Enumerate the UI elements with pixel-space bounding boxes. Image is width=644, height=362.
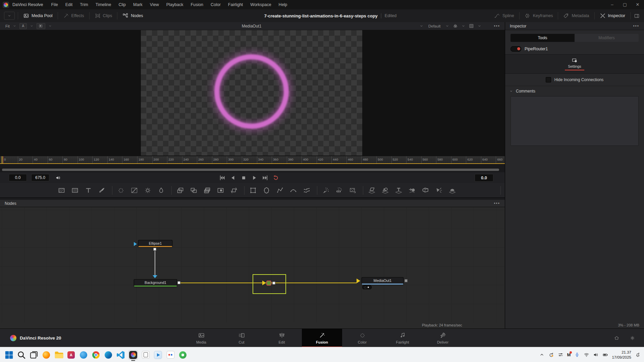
ellipse-input-port[interactable] <box>134 242 137 246</box>
taskbar-app-file-explorer[interactable] <box>54 350 64 360</box>
page-tab-deliver[interactable]: Deliver <box>423 329 463 347</box>
battery-icon[interactable] <box>602 352 608 358</box>
chevron-down-icon[interactable] <box>48 24 52 28</box>
taskbar-app-calculator[interactable] <box>141 350 151 360</box>
keyer-tool[interactable] <box>216 186 225 194</box>
camera-3d-tool[interactable] <box>421 186 430 194</box>
merge-tool[interactable] <box>176 186 185 194</box>
timeline-scroll-track[interactable] <box>0 164 505 173</box>
locator-3d-tool[interactable] <box>408 186 417 194</box>
blur-tool[interactable] <box>116 186 125 194</box>
taskbar-clock[interactable]: 21.37 17/09/2025 <box>612 350 631 360</box>
comments-textarea[interactable] <box>511 96 639 146</box>
chevron-down-icon[interactable] <box>461 23 466 28</box>
node-enable-toggle[interactable] <box>511 46 521 52</box>
nodes-button[interactable]: Nodes <box>120 13 145 19</box>
region-select-icon[interactable] <box>411 23 416 28</box>
menu-item-fairlight[interactable]: Fairlight <box>224 0 247 9</box>
clips-button[interactable]: Clips <box>93 13 114 19</box>
color-curves-tool[interactable] <box>130 186 139 194</box>
menu-item-davinci-resolve[interactable]: DaVinci Resolve <box>10 0 47 9</box>
channel-select[interactable]: A <box>19 23 27 29</box>
sync-icon[interactable] <box>548 352 554 358</box>
hide-incoming-connections-checkbox[interactable] <box>546 77 551 82</box>
viewer-options-button[interactable]: ••• <box>494 24 500 28</box>
go-last-button[interactable] <box>262 174 269 181</box>
color-corrector-tool[interactable] <box>143 186 152 194</box>
menu-item-timeline[interactable]: Timeline <box>92 0 115 9</box>
inspector-options-button[interactable]: ••• <box>633 24 639 28</box>
settings-gear-icon[interactable] <box>630 335 635 341</box>
menu-item-mark[interactable]: Mark <box>129 0 146 9</box>
mediaout-output-port[interactable] <box>405 279 408 282</box>
loop-button[interactable] <box>272 174 279 181</box>
timeline-ruler[interactable]: 0204060801001201401601802002202402602803… <box>0 156 505 164</box>
menu-item-view[interactable]: View <box>146 0 163 9</box>
node-background1[interactable]: Background1 <box>134 279 177 287</box>
taskbar-app-app-blue[interactable] <box>78 350 89 360</box>
taskbar-app-edge[interactable] <box>103 350 113 360</box>
comments-expander[interactable]: Comments <box>505 86 644 96</box>
node-piperouter1[interactable] <box>266 281 271 286</box>
page-tab-fusion[interactable]: Fusion <box>302 329 342 347</box>
nodes-options-button[interactable]: ••• <box>494 201 500 206</box>
home-icon[interactable] <box>614 335 620 341</box>
chevron-down-icon[interactable] <box>419 23 424 28</box>
dual-viewer-icon[interactable] <box>485 23 491 28</box>
mail-icon[interactable]: M <box>567 352 571 357</box>
menu-item-fusion[interactable]: Fusion <box>187 0 207 9</box>
menu-item-workspace[interactable]: Workspace <box>247 0 275 9</box>
background-tool[interactable] <box>57 186 66 194</box>
background-mask-input[interactable] <box>153 275 157 278</box>
lut-select[interactable]: Default <box>428 24 440 28</box>
piperouter-output-port[interactable] <box>272 282 275 285</box>
mic-icon[interactable] <box>574 352 580 358</box>
metadata-button[interactable]: Metadata <box>561 13 591 19</box>
inspector-tab-tools[interactable]: Tools <box>511 34 575 42</box>
inspector-button[interactable]: Inspector <box>598 13 627 19</box>
shape-3d-tool[interactable] <box>381 186 390 194</box>
chevron-down-icon[interactable] <box>12 24 17 28</box>
particle-render-tool[interactable] <box>348 186 357 194</box>
matte-control-tool[interactable] <box>189 186 198 194</box>
rectangle-mask-tool[interactable] <box>249 186 258 194</box>
paint-tool[interactable] <box>97 186 106 194</box>
particle-merge-tool[interactable] <box>335 186 344 194</box>
tab-settings[interactable]: Settings <box>505 54 644 74</box>
go-first-button[interactable] <box>219 174 226 181</box>
menu-item-help[interactable]: Help <box>275 0 291 9</box>
node-ellipse1[interactable]: Ellipse1 <box>138 240 172 247</box>
color-wheel-icon[interactable] <box>453 23 458 28</box>
menu-item-file[interactable]: File <box>47 0 61 9</box>
page-tab-media[interactable]: Media <box>181 329 221 347</box>
ui-layout-dropdown[interactable] <box>4 12 15 20</box>
speaker-icon[interactable] <box>55 175 61 181</box>
wifi-icon[interactable] <box>584 352 589 358</box>
light-3d-tool[interactable] <box>434 186 443 194</box>
taskbar-app-media-player[interactable] <box>153 350 163 360</box>
fast-noise-tool[interactable] <box>70 186 79 194</box>
polygon-mask-tool[interactable] <box>275 186 284 194</box>
text-plus-tool[interactable] <box>84 186 93 194</box>
particle-emitter-tool[interactable] <box>321 186 330 194</box>
taskbar-app-search[interactable] <box>16 350 26 360</box>
chevron-down-icon[interactable] <box>477 23 482 28</box>
play-reverse-button[interactable] <box>229 174 236 181</box>
background-output-port[interactable] <box>177 281 180 284</box>
taskbar-app-vscode[interactable] <box>116 350 126 360</box>
mediaout-input-port[interactable] <box>357 279 360 283</box>
menu-item-clip[interactable]: Clip <box>115 0 130 9</box>
chevron-down-icon[interactable] <box>445 23 450 28</box>
page-tab-edit[interactable]: Edit <box>262 329 302 347</box>
ellipse-output-port[interactable] <box>153 248 156 251</box>
renderer-3d-tool[interactable] <box>448 186 457 194</box>
effects-button[interactable]: Effects <box>61 13 86 19</box>
node-mediaout1[interactable]: MediaOut1 <box>362 277 404 285</box>
inspector-tab-modifiers[interactable]: Modifiers <box>575 34 639 42</box>
current-frame-field[interactable]: 0.0 <box>9 174 27 181</box>
duration-field[interactable]: 675.0 <box>31 174 49 181</box>
minimize-button[interactable]: – <box>606 0 619 9</box>
bspline-mask-tool[interactable] <box>289 186 298 194</box>
play-button[interactable] <box>251 174 258 181</box>
tray-chevron-icon[interactable] <box>539 352 545 358</box>
